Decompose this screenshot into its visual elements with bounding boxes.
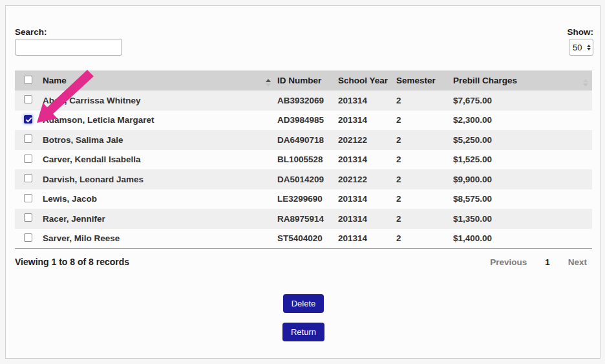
select-spinner-icon bbox=[587, 45, 591, 50]
delete-button[interactable]: Delete bbox=[283, 294, 324, 313]
next-page-button[interactable]: Next bbox=[568, 257, 587, 267]
column-header-id-number[interactable]: ID Number bbox=[277, 76, 338, 85]
id-number-cell: AD3984985 bbox=[277, 115, 338, 125]
semester-cell: 2 bbox=[396, 233, 453, 243]
table-header-row: Name ID Number School Year Semester Preb… bbox=[15, 70, 592, 91]
prebill-charges-cell: $9,900.00 bbox=[453, 175, 583, 184]
row-checkbox-cell bbox=[15, 174, 43, 184]
name-cell: Botros, Salima Jale bbox=[43, 135, 266, 145]
table-row: Sarver, Milo ReeseST54040202013142$1,400… bbox=[15, 229, 592, 249]
name-cell: Sarver, Milo Reese bbox=[43, 233, 266, 243]
row-checkbox[interactable] bbox=[24, 174, 32, 182]
table-row: Carver, Kendall IsabellaBL10055282013142… bbox=[15, 150, 592, 170]
row-checkbox-cell bbox=[15, 134, 43, 145]
column-header-name[interactable]: Name bbox=[43, 76, 266, 85]
table-row: Abad, Carrissa WhitneyAB39320692013142$7… bbox=[15, 91, 592, 111]
header-checkbox-cell bbox=[15, 76, 43, 86]
school-year-cell: 201314 bbox=[338, 115, 396, 125]
semester-cell: 2 bbox=[396, 175, 453, 184]
table-body: Abad, Carrissa WhitneyAB39320692013142$7… bbox=[15, 91, 592, 249]
row-checkbox-cell bbox=[15, 95, 43, 105]
table-footer: Viewing 1 to 8 of 8 records Previous 1 N… bbox=[15, 257, 592, 267]
semester-cell: 2 bbox=[396, 115, 453, 125]
page-size-value: 50 bbox=[573, 43, 582, 52]
semester-cell: 2 bbox=[396, 214, 453, 224]
row-checkbox[interactable] bbox=[24, 213, 32, 222]
row-checkbox-cell bbox=[15, 213, 43, 224]
search-label: Search: bbox=[15, 27, 122, 37]
prebill-charges-cell: $1,400.00 bbox=[453, 233, 583, 243]
name-cell: Abad, Carrissa Whitney bbox=[43, 96, 266, 105]
select-all-checkbox[interactable] bbox=[24, 76, 32, 84]
row-checkbox-cell bbox=[15, 233, 43, 244]
name-cell: Carver, Kendall Isabella bbox=[43, 155, 266, 164]
search-input[interactable] bbox=[15, 39, 122, 56]
id-number-cell: AB3932069 bbox=[277, 96, 338, 105]
table-row: Lewis, JacobLE32996902013142$8,575.00 bbox=[15, 189, 592, 209]
check-icon bbox=[25, 116, 32, 123]
column-header-prebill-charges[interactable]: Prebill Charges bbox=[453, 76, 583, 85]
page-size-select[interactable]: 50 bbox=[569, 39, 593, 56]
table-row: Botros, Salima JaleDA64907182021222$5,25… bbox=[15, 130, 592, 150]
search-block: Search: bbox=[15, 27, 122, 56]
id-number-cell: LE3299690 bbox=[277, 194, 338, 204]
school-year-cell: 201314 bbox=[338, 194, 396, 204]
prebill-charges-cell: $8,575.00 bbox=[453, 194, 583, 204]
name-cell: Lewis, Jacob bbox=[43, 194, 266, 204]
row-checkbox[interactable] bbox=[24, 194, 32, 202]
show-label: Show: bbox=[568, 27, 594, 37]
school-year-cell: 201314 bbox=[338, 155, 396, 164]
name-cell: Adamson, Leticia Margaret bbox=[43, 115, 266, 125]
name-cell: Darvish, Leonard James bbox=[43, 175, 266, 184]
school-year-cell: 202122 bbox=[338, 135, 396, 145]
row-checkbox[interactable] bbox=[24, 155, 32, 163]
row-checkbox[interactable] bbox=[24, 134, 32, 143]
table-row: Adamson, Leticia MargaretAD3984985201314… bbox=[15, 111, 592, 131]
school-year-cell: 201314 bbox=[338, 96, 396, 105]
id-number-cell: ST5404020 bbox=[277, 233, 338, 243]
prebill-charges-cell: $1,350.00 bbox=[453, 214, 583, 224]
row-checkbox[interactable] bbox=[24, 233, 32, 242]
return-button[interactable]: Return bbox=[282, 323, 324, 341]
semester-cell: 2 bbox=[396, 135, 453, 145]
records-panel: Search: Show: 50 Name ID Number bbox=[5, 5, 600, 359]
page-number-button[interactable]: 1 bbox=[545, 257, 550, 267]
show-block: Show: 50 bbox=[568, 27, 594, 56]
id-number-cell: RA8975914 bbox=[277, 214, 338, 224]
semester-cell: 2 bbox=[396, 194, 453, 204]
column-header-school-year[interactable]: School Year bbox=[338, 76, 396, 85]
prebill-charges-cell: $5,250.00 bbox=[453, 135, 583, 145]
prebill-charges-cell: $2,300.00 bbox=[453, 115, 583, 125]
pagination: Previous 1 Next bbox=[490, 257, 592, 267]
row-checkbox-cell bbox=[15, 194, 43, 204]
column-header-semester[interactable]: Semester bbox=[396, 76, 453, 85]
semester-cell: 2 bbox=[396, 96, 453, 105]
name-cell: Racer, Jennifer bbox=[43, 214, 266, 224]
row-checkbox[interactable] bbox=[24, 115, 32, 123]
action-buttons: Delete Return bbox=[6, 294, 601, 341]
school-year-cell: 202122 bbox=[338, 175, 396, 184]
semester-cell: 2 bbox=[396, 155, 453, 164]
prebill-charges-cell: $1,525.00 bbox=[453, 155, 583, 164]
id-number-cell: DA6490718 bbox=[277, 135, 338, 145]
prebill-charges-cell: $7,675.00 bbox=[453, 96, 583, 105]
row-checkbox-cell bbox=[15, 115, 43, 125]
row-checkbox[interactable] bbox=[24, 95, 32, 103]
table-row: Darvish, Leonard JamesDA50142092021222$9… bbox=[15, 169, 592, 189]
previous-page-button[interactable]: Previous bbox=[490, 257, 527, 267]
page: Search: Show: 50 Name ID Number bbox=[0, 0, 605, 364]
records-table: Name ID Number School Year Semester Preb… bbox=[15, 70, 592, 249]
id-number-cell: DA5014209 bbox=[277, 175, 338, 184]
sort-ascending-icon[interactable] bbox=[266, 74, 277, 87]
id-number-cell: BL1005528 bbox=[277, 155, 338, 164]
school-year-cell: 201314 bbox=[338, 233, 396, 243]
sort-inactive-icon bbox=[583, 74, 592, 87]
school-year-cell: 201314 bbox=[338, 214, 396, 224]
row-checkbox-cell bbox=[15, 155, 43, 165]
table-row: Racer, JenniferRA89759142013142$1,350.00 bbox=[15, 209, 592, 229]
records-summary: Viewing 1 to 8 of 8 records bbox=[15, 257, 129, 267]
